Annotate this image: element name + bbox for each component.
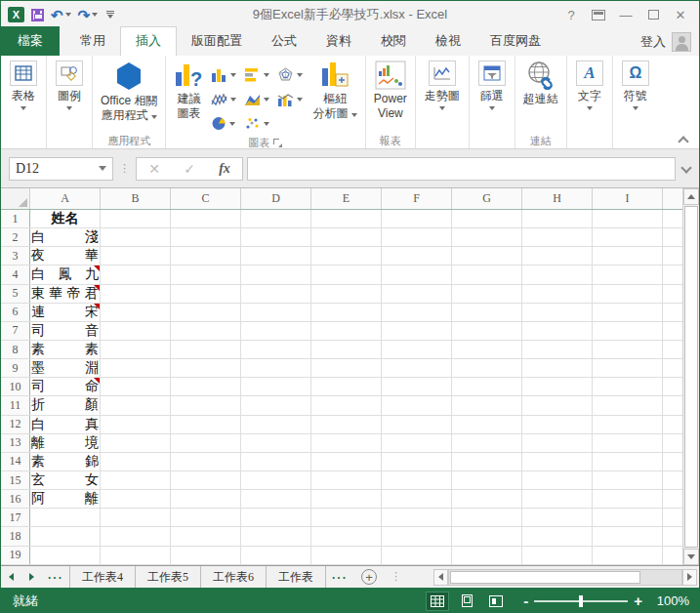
- col-header-I[interactable]: I: [593, 188, 663, 209]
- cell-E9[interactable]: [311, 359, 382, 377]
- cell-C18[interactable]: [171, 527, 241, 545]
- cell-G16[interactable]: [452, 490, 522, 508]
- cell-E19[interactable]: [311, 547, 382, 564]
- cell-G8[interactable]: [452, 341, 522, 358]
- ribbon-tab[interactable]: 檢視: [421, 27, 475, 56]
- cell-B8[interactable]: [101, 341, 171, 358]
- cell-I1[interactable]: [593, 210, 663, 227]
- cell-D5[interactable]: [241, 285, 311, 303]
- cell-B18[interactable]: [101, 527, 171, 545]
- cell-D4[interactable]: [241, 266, 311, 283]
- cell-I15[interactable]: [593, 471, 663, 489]
- pie-chart-button[interactable]: [208, 116, 241, 131]
- cell-H17[interactable]: [522, 509, 593, 526]
- cell-I10[interactable]: [593, 378, 663, 395]
- redo-button[interactable]: ↷: [78, 8, 99, 22]
- cell-partial-9[interactable]: [663, 359, 684, 377]
- cell-F13[interactable]: [382, 434, 452, 452]
- cell-C14[interactable]: [171, 453, 241, 470]
- col-header-E[interactable]: E: [311, 188, 382, 209]
- cell-A15[interactable]: 玄女: [30, 471, 101, 489]
- cell-C10[interactable]: [171, 378, 241, 395]
- text-button[interactable]: A 文字: [570, 59, 609, 112]
- cell-B13[interactable]: [101, 434, 171, 452]
- cell-I6[interactable]: [593, 304, 663, 321]
- cell-I14[interactable]: [593, 453, 663, 470]
- cell-partial-2[interactable]: [663, 228, 684, 246]
- cell-H16[interactable]: [522, 490, 593, 508]
- horizontal-scroll-thumb[interactable]: [450, 571, 640, 584]
- cell-A2[interactable]: 白淺: [30, 228, 101, 246]
- cell-G1[interactable]: [452, 210, 522, 227]
- cell-partial-5[interactable]: [663, 285, 684, 303]
- cell-I2[interactable]: [593, 228, 663, 246]
- next-sheet-icon[interactable]: [21, 573, 42, 581]
- charts-dialog-launcher-icon[interactable]: [273, 139, 283, 148]
- cell-H1[interactable]: [522, 210, 593, 227]
- cell-partial-11[interactable]: [663, 396, 684, 414]
- cell-C15[interactable]: [171, 471, 241, 489]
- cell-C11[interactable]: [171, 396, 241, 414]
- cell-D1[interactable]: [241, 210, 311, 227]
- cell-I12[interactable]: [593, 416, 663, 433]
- cell-F4[interactable]: [382, 266, 452, 283]
- zoom-slider[interactable]: [534, 600, 628, 602]
- cell-partial-8[interactable]: [663, 341, 684, 358]
- cell-H4[interactable]: [522, 266, 593, 283]
- name-box[interactable]: D12: [9, 157, 113, 181]
- cell-C3[interactable]: [171, 247, 241, 265]
- cell-A19[interactable]: [30, 547, 101, 564]
- column-chart-button[interactable]: [208, 67, 241, 82]
- cell-H13[interactable]: [522, 434, 593, 452]
- cell-D9[interactable]: [241, 359, 311, 377]
- row-header-6[interactable]: 6: [1, 304, 30, 321]
- cell-A18[interactable]: [30, 527, 101, 545]
- cell-I3[interactable]: [593, 247, 663, 265]
- cell-D10[interactable]: [241, 378, 311, 395]
- cell-G2[interactable]: [452, 228, 522, 246]
- cell-B4[interactable]: [101, 266, 171, 283]
- tables-button[interactable]: 表格: [4, 59, 43, 112]
- hyperlink-button[interactable]: 超連結: [518, 59, 563, 108]
- zoom-level[interactable]: 100%: [648, 593, 689, 608]
- cell-F15[interactable]: [382, 471, 452, 489]
- cell-partial-10[interactable]: [663, 378, 684, 395]
- cell-A5[interactable]: 東華帝君: [30, 285, 101, 303]
- cell-G13[interactable]: [452, 434, 522, 452]
- cell-D7[interactable]: [241, 322, 311, 340]
- cell-I18[interactable]: [593, 527, 663, 545]
- cell-A9[interactable]: 墨淵: [30, 359, 101, 377]
- cell-F19[interactable]: [382, 547, 452, 564]
- cell-partial-3[interactable]: [663, 247, 684, 265]
- cell-F5[interactable]: [382, 285, 452, 303]
- col-header-G[interactable]: G: [452, 188, 522, 209]
- col-header-F[interactable]: F: [382, 188, 452, 209]
- cell-F7[interactable]: [382, 322, 452, 340]
- cell-partial-19[interactable]: [663, 547, 684, 564]
- cell-F3[interactable]: [382, 247, 452, 265]
- cell-B12[interactable]: [101, 416, 171, 433]
- cell-E2[interactable]: [311, 228, 382, 246]
- scroll-left-icon[interactable]: [433, 569, 448, 586]
- symbols-button[interactable]: Ω 符號: [616, 59, 655, 112]
- cell-partial-4[interactable]: [663, 266, 684, 283]
- cell-E4[interactable]: [311, 266, 382, 283]
- col-header-A[interactable]: A: [30, 188, 101, 209]
- select-all-button[interactable]: [1, 188, 30, 209]
- cell-B11[interactable]: [101, 396, 171, 414]
- cell-D12[interactable]: [241, 416, 311, 433]
- row-header-17[interactable]: 17: [1, 509, 30, 526]
- cell-G11[interactable]: [452, 396, 522, 414]
- cell-B6[interactable]: [101, 304, 171, 321]
- insert-function-icon[interactable]: fx: [207, 161, 242, 177]
- sign-in-link[interactable]: 登入: [640, 33, 666, 51]
- cell-B19[interactable]: [101, 547, 171, 564]
- excel-logo-icon[interactable]: X: [8, 7, 24, 22]
- cell-A3[interactable]: 夜華: [30, 247, 101, 265]
- cell-D15[interactable]: [241, 471, 311, 489]
- cell-B5[interactable]: [101, 285, 171, 303]
- cell-E15[interactable]: [311, 471, 382, 489]
- cell-E13[interactable]: [311, 434, 382, 452]
- row-header-5[interactable]: 5: [1, 285, 30, 303]
- cell-I4[interactable]: [593, 266, 663, 283]
